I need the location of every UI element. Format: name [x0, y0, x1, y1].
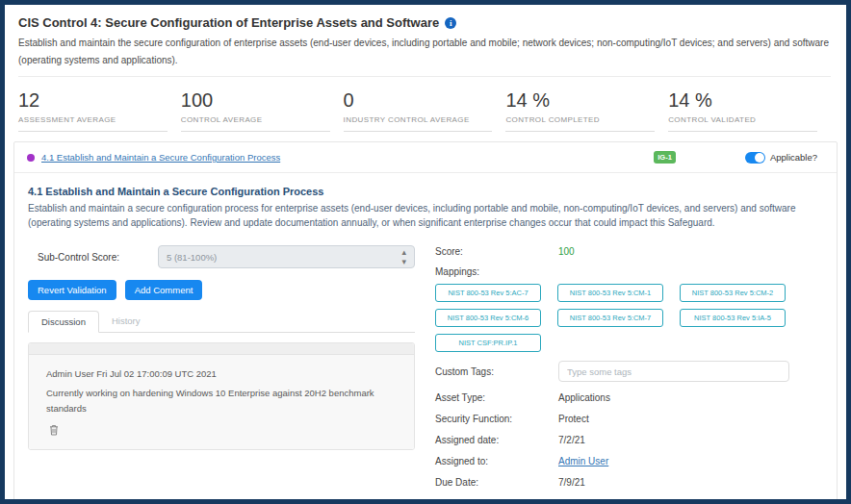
assigned-by-label: Assigned By: — [435, 498, 558, 499]
applicable-label: Applicable? — [770, 152, 817, 163]
stat-value: 14 % — [505, 89, 655, 111]
mapping-badge[interactable]: NIST 800-53 Rev 5:IA-5 — [680, 309, 786, 327]
safeguard-detail-panel: 4.1 Establish and Maintain a Secure Conf… — [14, 173, 837, 499]
comment-card-body: Admin User Fri Jul 02 17:00:09 UTC 2021 … — [29, 355, 414, 449]
stat-label: CONTROL VALIDATED — [668, 115, 817, 132]
mapping-badge[interactable]: NIST 800-53 Rev 5:CM-6 — [435, 309, 541, 327]
subcontrol-score-select[interactable]: 5 (81-100%) ▴▾ — [158, 245, 415, 268]
asset-type-label: Asset Type: — [435, 392, 558, 403]
comment-meta: Admin User Fri Jul 02 17:00:09 UTC 2021 — [46, 368, 404, 379]
mapping-badge[interactable]: NIST 800-53 Rev 5:CM-7 — [557, 309, 663, 327]
toggle-knob-icon — [755, 153, 764, 163]
page-title-text: CIS Control 4: Secure Configuration of E… — [18, 15, 439, 30]
assigned-date-value: 7/2/21 — [558, 435, 585, 445]
stat-control-validated: 14 % CONTROL VALIDATED — [668, 89, 817, 132]
due-date-value: 7/9/21 — [558, 477, 585, 488]
custom-tags-label: Custom Tags: — [435, 366, 558, 377]
stat-assessment-average: 12 ASSESSMENT AVERAGE — [18, 89, 168, 132]
stats-row: 12 ASSESSMENT AVERAGE 100 CONTROL AVERAG… — [5, 77, 846, 132]
custom-tags-input[interactable] — [558, 361, 789, 382]
delete-comment-icon[interactable] — [49, 422, 59, 440]
comment-text: Currently working on hardening Windows 1… — [46, 386, 378, 416]
applicable-toggle-group: Applicable? — [745, 152, 817, 164]
stat-label: INDUSTRY CONTROL AVERAGE — [344, 115, 493, 132]
stat-label: ASSESSMENT AVERAGE — [18, 115, 168, 132]
assigned-to-label: Assigned to: — [435, 456, 558, 466]
security-function-label: Security Function: — [435, 414, 558, 424]
mapping-badge[interactable]: NIST 800-53 Rev 5:AC-7 — [435, 284, 541, 302]
safeguard-title: 4.1 Establish and Maintain a Secure Conf… — [28, 186, 823, 197]
stat-label: CONTROL COMPLETED — [505, 115, 655, 132]
asset-type-value: Applications — [558, 392, 610, 403]
mapping-badge[interactable]: NIST 800-53 Rev 5:CM-1 — [557, 284, 663, 302]
revert-validation-button[interactable]: Revert Validation — [28, 280, 116, 300]
ig1-badge: IG-1 — [654, 151, 676, 164]
add-comment-button[interactable]: Add Comment — [125, 280, 203, 300]
comment-card: Admin User Fri Jul 02 17:00:09 UTC 2021 … — [28, 342, 415, 450]
cis-control-page: CIS Control 4: Secure Configuration of E… — [5, 5, 846, 499]
assigned-to-link[interactable]: Admin User — [558, 456, 608, 466]
stat-value: 14 % — [668, 89, 817, 111]
score-value: 100 — [558, 246, 575, 257]
stat-value: 12 — [18, 89, 168, 111]
mappings-grid: NIST 800-53 Rev 5:AC-7 NIST 800-53 Rev 5… — [435, 284, 823, 352]
window-frame: CIS Control 4: Secure Configuration of E… — [0, 0, 851, 504]
assigned-date-label: Assigned date: — [435, 435, 558, 445]
mappings-label: Mappings: — [435, 266, 823, 277]
tab-history[interactable]: History — [99, 311, 153, 332]
applicable-toggle[interactable] — [745, 152, 765, 164]
bullet-icon — [27, 154, 35, 162]
assigned-by-link[interactable]: Admin User — [558, 498, 608, 499]
scoring-column: Sub-Control Score: 5 (81-100%) ▴▾ Revert… — [28, 245, 415, 499]
comment-card-header — [29, 343, 414, 355]
page-header: CIS Control 4: Secure Configuration of E… — [5, 5, 846, 77]
mapping-badge[interactable]: NIST CSF:PR.IP.1 — [435, 334, 541, 352]
subcontrol-score-label: Sub-Control Score: — [38, 252, 158, 263]
safeguard-link[interactable]: 4.1 Establish and Maintain a Secure Conf… — [41, 152, 280, 163]
stat-control-average: 100 CONTROL AVERAGE — [181, 89, 330, 132]
stat-industry-control-average: 0 INDUSTRY CONTROL AVERAGE — [344, 89, 493, 132]
control-description: Establish and maintain the secure config… — [18, 35, 831, 69]
mapping-badge[interactable]: NIST 800-53 Rev 5:CM-2 — [680, 284, 786, 302]
safeguard-accordion-header: 4.1 Establish and Maintain a Secure Conf… — [14, 142, 837, 173]
comment-tabs: Discussion History — [28, 311, 415, 333]
score-label: Score: — [435, 246, 558, 257]
select-updown-icon: ▴▾ — [401, 247, 406, 266]
info-icon[interactable]: i — [445, 17, 456, 29]
details-column: Score: 100 Mappings: NIST 800-53 Rev 5:A… — [435, 245, 823, 499]
page-title: CIS Control 4: Secure Configuration of E… — [18, 15, 831, 30]
stat-control-completed: 14 % CONTROL COMPLETED — [505, 89, 655, 132]
safeguard-card: 4.1 Establish and Maintain a Secure Conf… — [13, 141, 838, 499]
safeguard-description: Establish and maintain a secure configur… — [28, 201, 823, 230]
security-function-value: Protect — [558, 414, 589, 424]
tab-discussion[interactable]: Discussion — [28, 311, 99, 333]
stat-value: 0 — [344, 89, 493, 111]
stat-value: 100 — [181, 89, 330, 111]
selected-score-option: 5 (81-100%) — [167, 252, 401, 263]
stat-label: CONTROL AVERAGE — [181, 115, 330, 132]
due-date-label: Due Date: — [435, 477, 558, 488]
